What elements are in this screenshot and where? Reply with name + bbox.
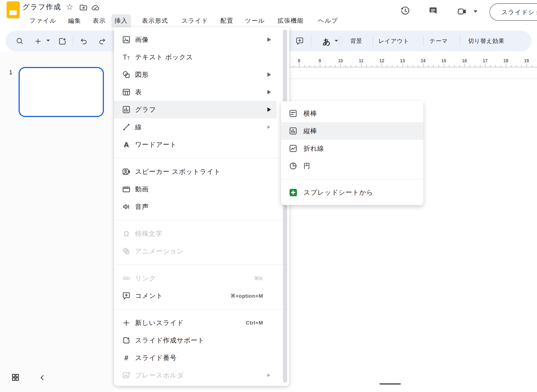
document-title[interactable]: グラフ作成 (22, 2, 61, 12)
table-icon (122, 87, 131, 97)
transition-button[interactable]: 切り替え効果 (468, 31, 504, 51)
menu-item-animation[interactable]: アニメーション (114, 242, 277, 260)
move-folder-icon[interactable] (79, 3, 88, 12)
background-button[interactable]: 背景 (350, 31, 362, 51)
menubar-item[interactable]: 編集 (65, 14, 84, 27)
menubar-item[interactable]: ツール (242, 14, 268, 27)
menubar-item[interactable]: ファイル (26, 14, 60, 27)
meet-camera-icon[interactable] (457, 7, 466, 16)
menubar-item[interactable]: スライド (178, 14, 212, 27)
pie-icon (288, 161, 298, 171)
menu-item-label: ワードアート (135, 140, 177, 149)
ruler-tick (428, 65, 429, 67)
ruler-tick (433, 65, 434, 67)
menu-item-bar-horizontal[interactable]: 横棒 (281, 105, 423, 122)
redo-icon[interactable] (98, 37, 106, 45)
menu-item-text-box[interactable]: TTテキスト ボックス (114, 48, 277, 66)
toolbar-divider (342, 36, 342, 46)
menu-item-pie[interactable]: 円 (281, 157, 423, 175)
menu-item-sheets[interactable]: スプレッドシートから (281, 184, 423, 201)
menu-item-audio[interactable]: 音声 (114, 198, 277, 215)
submenu-arrow-icon (267, 125, 270, 129)
bar-vertical-icon (288, 126, 298, 136)
menu-item-line[interactable]: 線 (114, 118, 277, 136)
present-button[interactable]: スライドショー (489, 3, 537, 21)
animation-icon (122, 247, 131, 256)
link-icon (122, 274, 131, 283)
toolbar-divider (373, 36, 373, 46)
ruler-tick (511, 65, 511, 67)
toolbar-divider (423, 36, 424, 46)
menubar-item-active[interactable]: 挿入 (111, 14, 131, 27)
text-style-dropdown-icon[interactable] (335, 40, 338, 42)
menu-item-bar-vertical[interactable]: 縦棒 (281, 122, 423, 140)
menu-item-comment-add[interactable]: コメント⌘+option+M (114, 287, 277, 305)
grid-view-icon[interactable] (11, 373, 20, 382)
theme-button[interactable]: テーマ (430, 31, 448, 51)
menu-item-link[interactable]: リンク⌘K (114, 270, 277, 287)
menubar-item[interactable]: 表示 (89, 14, 109, 27)
speaker-spotlight-icon (122, 167, 131, 176)
menu-item-video[interactable]: 動画 (114, 180, 277, 198)
menu-item-word-art[interactable]: AAワードアート (114, 136, 277, 153)
menu-item-speaker-spotlight[interactable]: スピーカー スポットライト (114, 163, 277, 180)
menu-item-chart[interactable]: グラフ (114, 101, 277, 118)
line-icon (122, 122, 131, 132)
menubar-item[interactable]: 拡張機能 (274, 14, 307, 27)
search-icon[interactable] (16, 37, 24, 45)
menubar-item[interactable]: 配置 (217, 14, 237, 27)
menu-item-image[interactable]: 画像 (114, 31, 277, 48)
star-icon[interactable]: ☆ (66, 2, 73, 12)
ruler-tick (516, 65, 516, 67)
ruler-tick (361, 63, 361, 67)
ruler-tick (351, 65, 351, 67)
comments-icon[interactable] (428, 6, 438, 16)
new-slide-button[interactable] (34, 37, 42, 45)
menu-item-special-chars[interactable]: Ω特殊文字 (114, 225, 277, 242)
layout-button[interactable]: レイアウト (378, 31, 409, 51)
menu-item-label: リンク (135, 274, 156, 283)
slide-thumbnail-selected[interactable] (19, 67, 104, 117)
version-history-icon[interactable] (400, 6, 410, 16)
menu-item-plus[interactable]: 新しいスライドCtrl+M (114, 314, 277, 332)
menu-item-label: 動画 (135, 185, 149, 194)
notes-resize-handle[interactable] (380, 383, 401, 385)
ruler-tick (392, 65, 392, 67)
menu-item-label: 特殊文字 (135, 229, 162, 238)
menu-divider (114, 220, 289, 220)
ruler-tick (475, 65, 475, 67)
ruler-tick (397, 65, 398, 67)
menu-item-hash[interactable]: #スライド番号 (114, 349, 277, 367)
cloud-saved-icon[interactable] (91, 3, 100, 12)
undo-icon[interactable] (80, 37, 88, 45)
word-art-icon: AA (122, 140, 131, 149)
comment-add-icon[interactable] (295, 37, 304, 45)
slide-number-label: 1 (9, 69, 12, 76)
menu-item-label: 円 (303, 162, 310, 170)
menu-item-table[interactable]: 表 (114, 83, 277, 101)
menu-item-line-chart[interactable]: 折れ線 (281, 140, 423, 157)
menu-item-label: 画像 (135, 35, 149, 44)
menu-scrollbar[interactable] (283, 30, 287, 383)
line-chart-icon (288, 144, 298, 153)
slide-sparkle-icon[interactable] (58, 37, 67, 46)
menu-item-shape[interactable]: 図形 (114, 66, 277, 83)
menu-item-slide-sparkle[interactable]: スライド作成サポート (114, 332, 277, 349)
ruler-number: 11 (359, 58, 363, 63)
audio-icon (122, 202, 131, 211)
ruler-tick (330, 65, 330, 67)
collapse-filmstrip-icon[interactable] (39, 374, 46, 381)
ruler-tick (340, 63, 341, 67)
ruler-number: 16 (462, 58, 467, 63)
text-style-button[interactable]: あ (323, 37, 331, 47)
menu-item-label: プレースホルダ (135, 371, 184, 380)
ruler-number: 15 (441, 58, 446, 63)
menubar-item[interactable]: ヘルプ (315, 14, 342, 27)
menubar-item[interactable]: 表示形式 (139, 14, 171, 27)
menu-item-label: コメント (135, 291, 163, 300)
comment-add-icon (122, 291, 131, 300)
menu-item-label: 横棒 (303, 109, 317, 118)
camera-dropdown-icon[interactable] (474, 10, 477, 13)
new-slide-dropdown-icon[interactable] (46, 40, 50, 42)
menu-item-placeholder[interactable]: プレースホルダ (114, 367, 277, 384)
